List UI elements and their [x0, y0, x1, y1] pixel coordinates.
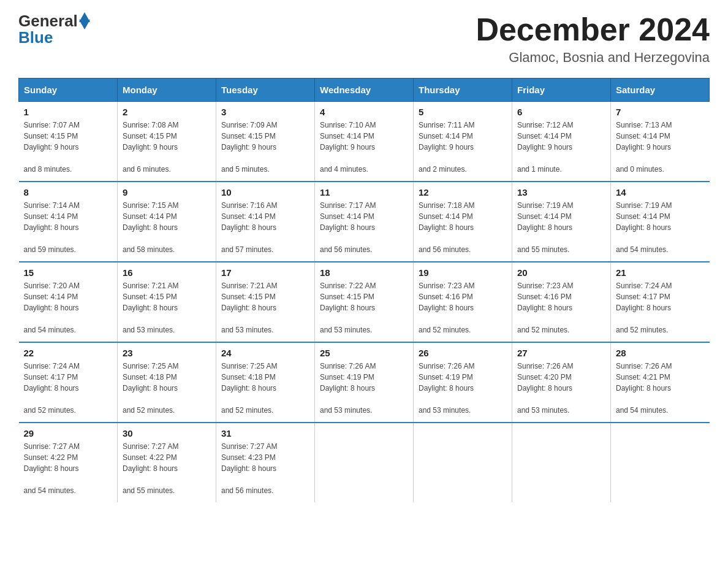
- day-number: 8: [24, 187, 113, 197]
- day-number: 10: [221, 187, 309, 197]
- day-info: Sunrise: 7:26 AM Sunset: 4:20 PM Dayligh…: [517, 361, 605, 416]
- day-number: 29: [24, 428, 113, 439]
- header: General Blue December 2024 Glamoc, Bosni…: [18, 12, 710, 66]
- day-number: 31: [221, 428, 309, 439]
- day-info: Sunrise: 7:16 AM Sunset: 4:14 PM Dayligh…: [221, 200, 309, 255]
- day-cell: 18 Sunrise: 7:22 AM Sunset: 4:15 PM Dayl…: [315, 262, 414, 342]
- week-row-3: 15 Sunrise: 7:20 AM Sunset: 4:14 PM Dayl…: [19, 262, 710, 342]
- day-info: Sunrise: 7:25 AM Sunset: 4:18 PM Dayligh…: [123, 361, 211, 416]
- week-row-2: 8 Sunrise: 7:14 AM Sunset: 4:14 PM Dayli…: [19, 182, 710, 262]
- day-info: Sunrise: 7:25 AM Sunset: 4:18 PM Dayligh…: [221, 361, 309, 416]
- day-number: 11: [320, 187, 408, 197]
- location-subtitle: Glamoc, Bosnia and Herzegovina: [476, 50, 710, 66]
- day-cell: 10 Sunrise: 7:16 AM Sunset: 4:14 PM Dayl…: [216, 182, 315, 262]
- day-number: 28: [616, 348, 705, 358]
- day-info: Sunrise: 7:11 AM Sunset: 4:14 PM Dayligh…: [419, 120, 507, 175]
- day-number: 20: [517, 267, 605, 278]
- weekday-header-monday: Monday: [118, 79, 216, 102]
- day-cell: 2 Sunrise: 7:08 AM Sunset: 4:15 PM Dayli…: [118, 102, 216, 182]
- day-cell: 8 Sunrise: 7:14 AM Sunset: 4:14 PM Dayli…: [19, 182, 118, 262]
- day-cell: [611, 423, 710, 502]
- day-cell: 19 Sunrise: 7:23 AM Sunset: 4:16 PM Dayl…: [414, 262, 512, 342]
- day-number: 22: [24, 348, 113, 358]
- day-cell: [512, 423, 611, 502]
- day-cell: 5 Sunrise: 7:11 AM Sunset: 4:14 PM Dayli…: [414, 102, 512, 182]
- day-number: 30: [123, 428, 211, 439]
- day-number: 24: [221, 348, 309, 358]
- day-number: 4: [320, 107, 408, 117]
- day-cell: 24 Sunrise: 7:25 AM Sunset: 4:18 PM Dayl…: [216, 342, 315, 423]
- weekday-header-wednesday: Wednesday: [315, 79, 414, 102]
- day-number: 23: [123, 348, 211, 358]
- day-cell: 14 Sunrise: 7:19 AM Sunset: 4:14 PM Dayl…: [611, 182, 710, 262]
- day-info: Sunrise: 7:23 AM Sunset: 4:16 PM Dayligh…: [419, 280, 507, 335]
- day-info: Sunrise: 7:24 AM Sunset: 4:17 PM Dayligh…: [616, 280, 705, 335]
- day-number: 13: [517, 187, 605, 197]
- day-info: Sunrise: 7:14 AM Sunset: 4:14 PM Dayligh…: [24, 200, 113, 255]
- month-year-title: December 2024: [476, 12, 710, 47]
- day-cell: [414, 423, 512, 502]
- day-cell: 12 Sunrise: 7:18 AM Sunset: 4:14 PM Dayl…: [414, 182, 512, 262]
- day-cell: 27 Sunrise: 7:26 AM Sunset: 4:20 PM Dayl…: [512, 342, 611, 423]
- day-number: 19: [419, 267, 507, 278]
- day-number: 25: [320, 348, 408, 358]
- day-cell: 21 Sunrise: 7:24 AM Sunset: 4:17 PM Dayl…: [611, 262, 710, 342]
- day-cell: 15 Sunrise: 7:20 AM Sunset: 4:14 PM Dayl…: [19, 262, 118, 342]
- day-info: Sunrise: 7:26 AM Sunset: 4:19 PM Dayligh…: [419, 361, 507, 416]
- week-row-4: 22 Sunrise: 7:24 AM Sunset: 4:17 PM Dayl…: [19, 342, 710, 423]
- day-cell: [315, 423, 414, 502]
- day-info: Sunrise: 7:24 AM Sunset: 4:17 PM Dayligh…: [24, 361, 113, 416]
- weekday-header-row: SundayMondayTuesdayWednesdayThursdayFrid…: [19, 79, 710, 102]
- day-number: 3: [221, 107, 309, 117]
- day-number: 9: [123, 187, 211, 197]
- week-row-1: 1 Sunrise: 7:07 AM Sunset: 4:15 PM Dayli…: [19, 102, 710, 182]
- day-cell: 25 Sunrise: 7:26 AM Sunset: 4:19 PM Dayl…: [315, 342, 414, 423]
- day-number: 5: [419, 107, 507, 117]
- day-cell: 30 Sunrise: 7:27 AM Sunset: 4:22 PM Dayl…: [118, 423, 216, 502]
- day-info: Sunrise: 7:26 AM Sunset: 4:19 PM Dayligh…: [320, 361, 408, 416]
- day-number: 27: [517, 348, 605, 358]
- day-info: Sunrise: 7:21 AM Sunset: 4:15 PM Dayligh…: [123, 280, 211, 335]
- day-cell: 20 Sunrise: 7:23 AM Sunset: 4:16 PM Dayl…: [512, 262, 611, 342]
- day-info: Sunrise: 7:10 AM Sunset: 4:14 PM Dayligh…: [320, 120, 408, 175]
- day-info: Sunrise: 7:17 AM Sunset: 4:14 PM Dayligh…: [320, 200, 408, 255]
- day-cell: 22 Sunrise: 7:24 AM Sunset: 4:17 PM Dayl…: [19, 342, 118, 423]
- day-number: 26: [419, 348, 507, 358]
- weekday-header-sunday: Sunday: [19, 79, 118, 102]
- day-info: Sunrise: 7:27 AM Sunset: 4:22 PM Dayligh…: [24, 441, 113, 496]
- day-info: Sunrise: 7:13 AM Sunset: 4:14 PM Dayligh…: [616, 120, 705, 175]
- day-cell: 26 Sunrise: 7:26 AM Sunset: 4:19 PM Dayl…: [414, 342, 512, 423]
- day-info: Sunrise: 7:09 AM Sunset: 4:15 PM Dayligh…: [221, 120, 309, 175]
- day-cell: 16 Sunrise: 7:21 AM Sunset: 4:15 PM Dayl…: [118, 262, 216, 342]
- day-number: 7: [616, 107, 705, 117]
- day-cell: 23 Sunrise: 7:25 AM Sunset: 4:18 PM Dayl…: [118, 342, 216, 423]
- logo: General Blue: [18, 12, 90, 45]
- day-cell: 4 Sunrise: 7:10 AM Sunset: 4:14 PM Dayli…: [315, 102, 414, 182]
- day-cell: 17 Sunrise: 7:21 AM Sunset: 4:15 PM Dayl…: [216, 262, 315, 342]
- day-cell: 3 Sunrise: 7:09 AM Sunset: 4:15 PM Dayli…: [216, 102, 315, 182]
- day-cell: 13 Sunrise: 7:19 AM Sunset: 4:14 PM Dayl…: [512, 182, 611, 262]
- day-cell: 7 Sunrise: 7:13 AM Sunset: 4:14 PM Dayli…: [611, 102, 710, 182]
- day-info: Sunrise: 7:07 AM Sunset: 4:15 PM Dayligh…: [24, 120, 113, 175]
- day-info: Sunrise: 7:15 AM Sunset: 4:14 PM Dayligh…: [123, 200, 211, 255]
- day-number: 1: [24, 107, 113, 117]
- day-info: Sunrise: 7:22 AM Sunset: 4:15 PM Dayligh…: [320, 280, 408, 335]
- week-row-5: 29 Sunrise: 7:27 AM Sunset: 4:22 PM Dayl…: [19, 423, 710, 502]
- day-cell: 1 Sunrise: 7:07 AM Sunset: 4:15 PM Dayli…: [19, 102, 118, 182]
- day-info: Sunrise: 7:19 AM Sunset: 4:14 PM Dayligh…: [616, 200, 705, 255]
- day-info: Sunrise: 7:19 AM Sunset: 4:14 PM Dayligh…: [517, 200, 605, 255]
- calendar-table: SundayMondayTuesdayWednesdayThursdayFrid…: [18, 78, 710, 502]
- day-number: 6: [517, 107, 605, 117]
- day-cell: 29 Sunrise: 7:27 AM Sunset: 4:22 PM Dayl…: [19, 423, 118, 502]
- day-cell: 6 Sunrise: 7:12 AM Sunset: 4:14 PM Dayli…: [512, 102, 611, 182]
- weekday-header-saturday: Saturday: [611, 79, 710, 102]
- day-info: Sunrise: 7:12 AM Sunset: 4:14 PM Dayligh…: [517, 120, 605, 175]
- day-number: 2: [123, 107, 211, 117]
- day-info: Sunrise: 7:27 AM Sunset: 4:23 PM Dayligh…: [221, 441, 309, 496]
- day-number: 21: [616, 267, 705, 278]
- day-info: Sunrise: 7:08 AM Sunset: 4:15 PM Dayligh…: [123, 120, 211, 175]
- logo-blue-text: Blue: [18, 29, 53, 45]
- day-number: 12: [419, 187, 507, 197]
- day-info: Sunrise: 7:23 AM Sunset: 4:16 PM Dayligh…: [517, 280, 605, 335]
- day-number: 14: [616, 187, 705, 197]
